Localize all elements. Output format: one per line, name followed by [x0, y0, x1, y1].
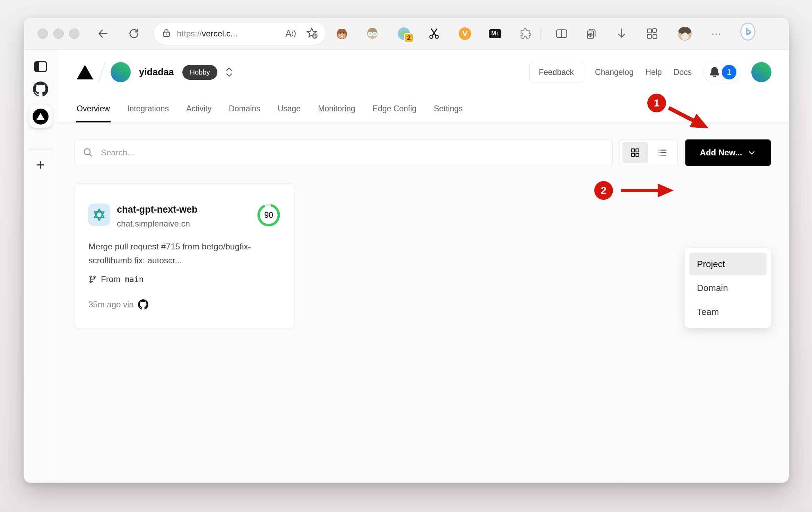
- lighthouse-score: 90: [256, 202, 282, 228]
- github-sidebar-icon[interactable]: [33, 82, 48, 97]
- sidebar-toggle-icon[interactable]: [33, 59, 48, 74]
- downloads-icon[interactable]: [614, 26, 629, 41]
- tab-usage[interactable]: Usage: [277, 95, 301, 122]
- help-link[interactable]: Help: [645, 68, 662, 77]
- notifications-button[interactable]: 1: [703, 61, 740, 83]
- deploy-time: 35m ago via: [88, 300, 134, 309]
- toolbar-divider: [541, 28, 541, 39]
- blue-green-extension-icon[interactable]: 2: [396, 26, 412, 41]
- favorite-star-icon[interactable]: [305, 27, 318, 41]
- team-avatar[interactable]: [111, 62, 131, 82]
- notification-count-badge: 1: [722, 65, 736, 79]
- add-new-label: Add New...: [700, 148, 742, 157]
- collections-icon[interactable]: [584, 26, 599, 41]
- tab-overview[interactable]: Overview: [76, 95, 111, 122]
- monkey-extension-icon[interactable]: [334, 26, 349, 41]
- reload-icon[interactable]: [126, 26, 141, 41]
- tab-domains[interactable]: Domains: [228, 95, 261, 122]
- annotation-step-1: 1: [647, 94, 666, 112]
- branch-prefix: From: [101, 274, 120, 284]
- lock-icon: [162, 28, 171, 39]
- traffic-light-zoom[interactable]: [69, 28, 79, 39]
- add-new-menu: Project Domain Team: [684, 248, 771, 328]
- openai-project-icon: [88, 204, 110, 226]
- scissors-extension-icon[interactable]: [426, 26, 442, 41]
- list-icon: [657, 147, 668, 158]
- grid-icon: [630, 147, 641, 158]
- breadcrumb-slash: [98, 62, 105, 82]
- v-extension-icon[interactable]: V: [457, 26, 473, 41]
- team-name[interactable]: yidadaa: [139, 67, 174, 78]
- traffic-light-close[interactable]: [37, 28, 48, 39]
- vercel-dashboard: yidadaa Hobby Feedback Changelog Help Do…: [57, 50, 789, 483]
- plan-badge: Hobby: [182, 65, 218, 80]
- tab-settings[interactable]: Settings: [433, 95, 463, 122]
- extension-badge-count: 2: [404, 33, 414, 43]
- split-screen-icon[interactable]: [554, 26, 569, 41]
- url-scheme: https://: [177, 29, 202, 38]
- tab-integrations[interactable]: Integrations: [127, 95, 170, 122]
- browser-window: https://vercel.c... A 2 V: [24, 17, 789, 483]
- add-new-button[interactable]: Add New...: [685, 139, 771, 166]
- menu-item-team[interactable]: Team: [689, 300, 767, 323]
- sidebar-separator: [29, 150, 52, 150]
- tab-activity[interactable]: Activity: [185, 95, 212, 122]
- feedback-button[interactable]: Feedback: [529, 62, 583, 83]
- annotation-step-2: 2: [594, 181, 613, 200]
- vercel-logo[interactable]: [77, 65, 93, 79]
- menu-item-domain[interactable]: Domain: [689, 276, 767, 299]
- dashboard-content: Add New... Project Domain Team chat-gpt-…: [57, 122, 789, 483]
- user-avatar[interactable]: [751, 62, 771, 82]
- menu-item-project[interactable]: Project: [689, 253, 767, 275]
- search-icon: [83, 147, 94, 160]
- dashboard-tabs: Overview Integrations Activity Domains U…: [76, 95, 463, 122]
- vercel-header: yidadaa Hobby Feedback Changelog Help Do…: [57, 50, 789, 122]
- commit-message[interactable]: Merge pull request #715 from betgo/bugfi…: [88, 240, 285, 267]
- vercel-app-icon: [33, 109, 49, 125]
- branch-name[interactable]: main: [124, 275, 144, 284]
- bing-chat-icon[interactable]: [740, 24, 755, 39]
- url-host: vercel.c...: [202, 29, 237, 38]
- browser-profile-avatar[interactable]: [677, 26, 692, 41]
- granny-extension-icon[interactable]: [365, 26, 380, 41]
- apps-grid-icon[interactable]: [645, 26, 660, 41]
- project-domain[interactable]: chat.simplenaive.cn: [117, 219, 190, 229]
- docs-link[interactable]: Docs: [674, 68, 692, 77]
- vercel-pinned-site[interactable]: [29, 105, 52, 128]
- bell-icon: [709, 67, 720, 77]
- scope-switcher-icon[interactable]: [226, 67, 233, 77]
- grid-view-button[interactable]: [622, 142, 648, 163]
- browser-toolbar: https://vercel.c... A 2 V: [24, 18, 789, 50]
- traffic-light-minimize[interactable]: [53, 28, 64, 39]
- chevron-down-icon: [748, 148, 756, 157]
- search-input[interactable]: [74, 139, 613, 166]
- project-name[interactable]: chat-gpt-next-web: [117, 204, 198, 215]
- address-bar[interactable]: https://vercel.c... A: [154, 23, 326, 45]
- back-icon[interactable]: [95, 26, 111, 41]
- tab-edge-config[interactable]: Edge Config: [372, 95, 417, 122]
- github-icon: [138, 299, 148, 310]
- more-menu-icon[interactable]: …: [709, 26, 724, 41]
- extensions-puzzle-icon[interactable]: [518, 26, 533, 41]
- project-card[interactable]: chat-gpt-next-web chat.simplenaive.cn 90…: [74, 183, 295, 329]
- changelog-link[interactable]: Changelog: [595, 68, 633, 77]
- list-view-button[interactable]: [649, 142, 675, 163]
- git-branch-icon: [88, 275, 97, 283]
- sidebar-add-icon[interactable]: +: [36, 157, 45, 172]
- markdown-extension-icon[interactable]: M↓: [487, 26, 503, 41]
- view-toggle: [620, 139, 678, 166]
- edge-sidebar: +: [24, 50, 57, 483]
- read-aloud-icon[interactable]: A: [285, 28, 297, 39]
- tab-monitoring[interactable]: Monitoring: [317, 95, 356, 122]
